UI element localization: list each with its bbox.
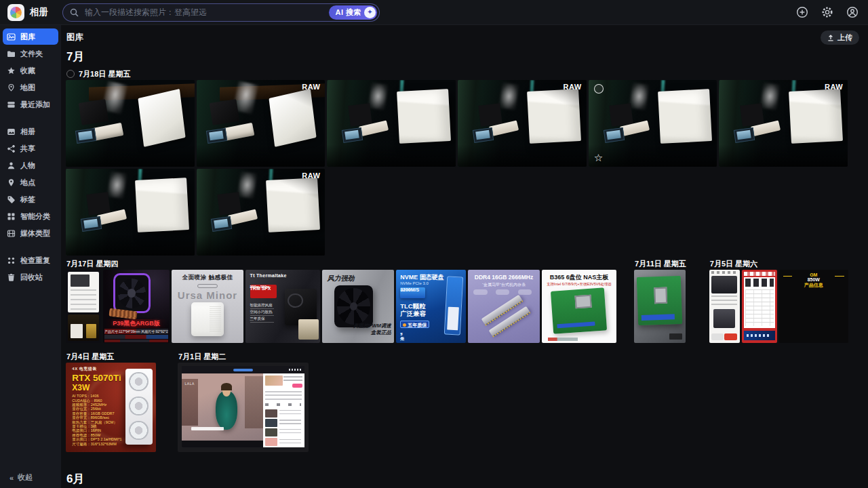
sidebar-item-gallery[interactable]: 图库: [3, 28, 58, 45]
search-bar[interactable]: AI 搜索 ✦: [62, 3, 380, 22]
favorite-star-icon[interactable]: ☆: [594, 152, 603, 163]
sidebar-item-folders[interactable]: 文件夹: [3, 45, 58, 62]
decor-circle: [12, 261, 14, 263]
decor-vTop: [182, 366, 304, 373]
decor-u: [279, 410, 301, 415]
photo-thumbnail-compare-table[interactable]: [742, 270, 777, 343]
decor-rect: [12, 213, 14, 216]
photo-thumbnail[interactable]: RAW: [197, 169, 326, 256]
decor-s2Blu: [744, 331, 775, 340]
decor-rect: [8, 217, 11, 220]
sidebar-item-label: 检查重复: [20, 256, 50, 266]
decor-s1Img2: [713, 309, 735, 328]
account-icon[interactable]: [846, 6, 859, 18]
sidebar-item-map[interactable]: 地图: [3, 79, 58, 96]
photo-thumbnail[interactable]: RAW: [719, 80, 848, 167]
sidebar-collapse-button[interactable]: « 收起: [0, 472, 61, 483]
day-group-0704: 7月4日 星期五 4X 电竞猎装 RTX 5070Ti X3W AI TOPS：…: [66, 352, 156, 452]
sidebar-item-label: 收藏: [20, 66, 35, 76]
sidebar-item-people[interactable]: 人物: [3, 157, 58, 174]
decor-path: [828, 35, 833, 41]
photo-thumbnail[interactable]: [327, 80, 456, 167]
sidebar-item-albums[interactable]: 相册: [3, 123, 58, 140]
sidebar-item-label: 媒体类型: [20, 228, 50, 239]
photo-thumbnail[interactable]: RAW: [197, 80, 326, 167]
settings-icon[interactable]: [821, 6, 833, 18]
decor-path: [7, 51, 15, 57]
sidebar-item-duplicates[interactable]: 检查重复: [3, 252, 58, 268]
app-title: 相册: [30, 6, 48, 18]
upload-button[interactable]: 上传: [821, 30, 859, 45]
photo-thumbnail[interactable]: [66, 80, 195, 167]
decor-bluebox: [206, 128, 227, 143]
day-select-circle[interactable]: [66, 70, 75, 78]
mobo-ad-subtitle: 支持Intel 6/7/8/9代+至强E3V5V6处理器: [542, 282, 616, 287]
add-icon[interactable]: [796, 6, 808, 18]
sidebar-item-label: 人物: [20, 161, 35, 171]
photo-thumbnail-psu-spec-table[interactable]: GM850W 产品信息: [779, 270, 848, 343]
decor-rf: [129, 372, 149, 392]
tag-icon: [7, 195, 16, 204]
person-icon: [7, 161, 16, 170]
photo-thumbnail[interactable]: [66, 169, 195, 256]
decor-bluebox2: [473, 127, 494, 142]
decor-s1Hdr: [711, 271, 737, 274]
raw-badge: RAW: [302, 172, 320, 180]
decor-vsItem: [265, 438, 303, 446]
decor-rect: [10, 274, 12, 274]
sidebar-item-label: 标签: [20, 195, 35, 205]
decor-b: [265, 419, 278, 427]
cards-row: P39黑色ARGB版 产品尺寸:117*94*39mm 风扇尺寸:92*92*1…: [66, 270, 616, 343]
photo-thumbnail-gpu-ad[interactable]: 4X 电竞猎装 RTX 5070Ti X3W AI TOPS：1406CUDA核…: [66, 363, 156, 452]
day-group-0705: 7月5日 星期六 GM850W 产品信息: [709, 260, 848, 343]
decor-rect: [8, 274, 14, 275]
sidebar-item-favorites[interactable]: 收藏: [3, 62, 58, 79]
photo-thumbnail-ssd-ad[interactable]: NVME 固态硬盘 NVMe PCIe 3.0 连续读速 3200M/S TLC…: [396, 270, 466, 343]
photo-thumbnail-cpu-cooler-ad[interactable]: P39黑色ARGB版 产品尺寸:117*94*39mm 风扇尺寸:92*92*1…: [103, 270, 170, 343]
decor-d4P2: [496, 289, 509, 295]
photo-thumbnail-psu-ad[interactable]: Tt Thermaltake TRM SFX 350w-550w 智能温控风扇 …: [245, 270, 320, 343]
decor-wcube: [658, 89, 712, 144]
ssd-speed-chip: 连续读速 3200M/S: [400, 287, 425, 298]
decor-shadowB: [66, 233, 195, 256]
gpu-spec-line: 显示接口：DP*3 2.1a/HDMI*1 2.1b: [72, 437, 122, 441]
photo-thumbnail-motherboard-ad[interactable]: B365 6盘位 NAS主板 支持Intel 6/7/8/9代+至强E3V5V6…: [542, 270, 616, 343]
photo-thumbnail[interactable]: RAW: [458, 80, 587, 167]
decor-vsThumb: [265, 375, 283, 385]
sidebar-item-sharing[interactable]: 共享: [3, 140, 58, 157]
decor-bluebox: [75, 128, 96, 143]
decor-circle: [10, 85, 12, 87]
month-heading-july: 7月: [66, 50, 868, 64]
decor-bluebox2: [81, 216, 102, 231]
photo-thumbnail[interactable]: ☆: [589, 80, 717, 167]
sidebar-item-media-types[interactable]: 媒体类型: [3, 225, 58, 241]
photo-thumbnail-app-screenshot[interactable]: [66, 270, 101, 343]
select-circle[interactable]: [594, 84, 604, 94]
ai-search-button[interactable]: AI 搜索 ✦: [329, 5, 377, 20]
photo-thumbnail-shop-page[interactable]: [709, 270, 740, 343]
decor-ursaPill: [197, 284, 218, 288]
photo-thumbnail-motherboard-photo[interactable]: [634, 270, 686, 343]
sidebar-item-places[interactable]: 地点: [3, 174, 58, 190]
sidebar-item-trash[interactable]: 回收站: [3, 269, 58, 285]
decor-u: [279, 420, 301, 425]
decor-blk2: [479, 103, 503, 126]
decor-blk2: [217, 192, 241, 215]
decor-nvSsd: [444, 276, 463, 336]
search-input[interactable]: [83, 7, 329, 18]
decor-path: [76, 14, 78, 16]
recent-icon: [7, 100, 16, 109]
photo-thumbnail-video-screenshot[interactable]: LALA: [178, 363, 309, 452]
photo-row: RAWRAW☆RAW: [66, 80, 868, 167]
photo-thumbnail-case-ad[interactable]: 全面喷涂 触感极佳 Ursa Minor: [172, 270, 243, 343]
decor-circle: [9, 162, 12, 165]
share-icon: [7, 144, 16, 153]
sidebar-item-tags[interactable]: 标签: [3, 191, 58, 207]
decor-s1BtnB: [724, 333, 737, 340]
sidebar-item-recently-added[interactable]: 最近添加: [3, 96, 58, 113]
photo-thumbnail-ram-ad[interactable]: DDR4 16GB 2666MHz “金属马甲”台式机内存条: [468, 270, 540, 343]
sidebar-item-smart-categories[interactable]: 智能分类: [3, 208, 58, 224]
photo-thumbnail-fan-ad[interactable]: 风力强劲 真温控PWM调速 盒装正品: [322, 270, 394, 343]
photos-app-icon: [7, 4, 24, 21]
decor-blk2: [740, 103, 764, 126]
